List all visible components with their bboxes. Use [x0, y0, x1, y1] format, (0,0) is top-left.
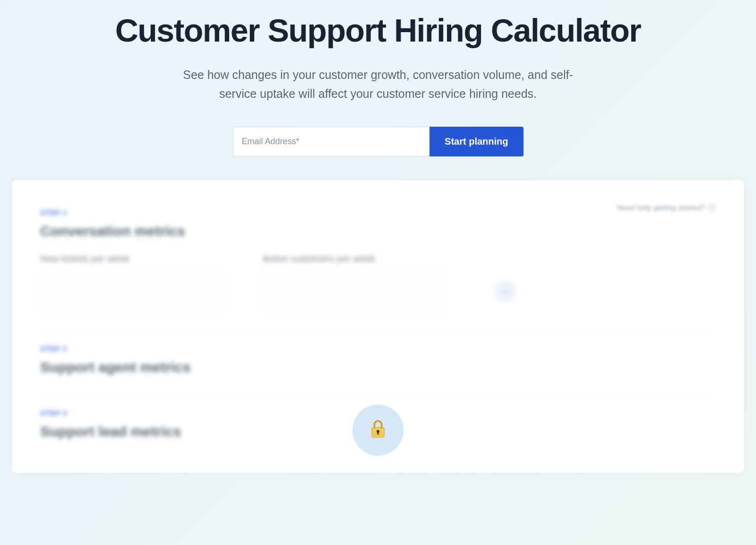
page-subtitle: See how changes in your customer growth,… [165, 65, 591, 103]
new-tickets-input[interactable] [40, 271, 224, 311]
hero-section: Customer Support Hiring Calculator See h… [0, 0, 756, 180]
svg-rect-2 [378, 432, 379, 434]
active-customers-input[interactable] [262, 271, 447, 311]
divider [40, 394, 716, 395]
step-2-title: Support agent metrics [40, 359, 716, 375]
lock-icon [367, 418, 389, 442]
new-tickets-label: New tickets per week [40, 253, 224, 264]
new-tickets-field-group: New tickets per week [40, 253, 224, 311]
arrow-right-icon: → [500, 286, 510, 297]
step-1-label: STEP 1 [40, 208, 716, 216]
divider [40, 330, 716, 330]
email-input[interactable] [233, 127, 430, 156]
calculator-card: Need help getting started? ? STEP 1 Conv… [12, 180, 744, 473]
start-planning-button[interactable]: Start planning [430, 127, 523, 156]
active-customers-field-group: Active customers per week [262, 253, 447, 311]
lock-overlay [352, 405, 404, 456]
step-1-section: STEP 1 Conversation metrics New tickets … [40, 208, 716, 311]
step-2-section: STEP 2 Support agent metrics [40, 345, 716, 375]
email-form: Start planning [233, 127, 524, 156]
step-1-fields: New tickets per week Active customers pe… [40, 253, 716, 311]
step-1-title: Conversation metrics [40, 223, 716, 239]
next-arrow-button[interactable]: → [494, 280, 516, 303]
active-customers-label: Active customers per week [262, 253, 447, 264]
step-2-label: STEP 2 [40, 345, 716, 353]
page-title: Customer Support Hiring Calculator [0, 12, 756, 49]
